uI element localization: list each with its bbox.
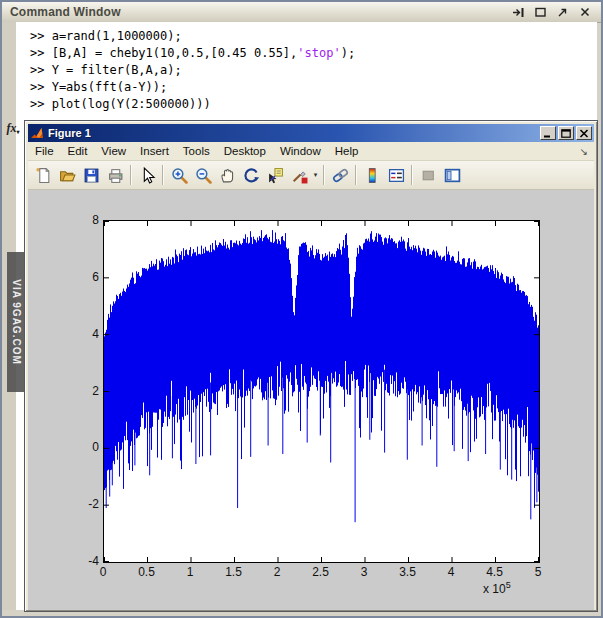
command-line: >> plot(log(Y(2:500000))) <box>30 96 355 113</box>
figure-menubar: FileEditViewInsertToolsDesktopWindowHelp… <box>28 142 594 161</box>
close-icon[interactable] <box>578 6 591 18</box>
maximize-icon[interactable] <box>534 6 547 18</box>
x-tick-label: 3 <box>343 565 385 579</box>
menu-help[interactable]: Help <box>328 144 366 158</box>
figure-title: Figure 1 <box>44 127 91 139</box>
command-line: >> Y=abs(fft(a-Y)); <box>30 79 355 96</box>
x-tick-label: 2.5 <box>300 565 342 579</box>
menu-view[interactable]: View <box>94 144 133 158</box>
menu-window[interactable]: Window <box>273 144 328 158</box>
fx-caret-icon: ▾ <box>16 129 19 135</box>
dock-icon[interactable] <box>512 6 525 18</box>
x-tick-label: 5 <box>517 565 559 579</box>
figure-window: Figure 1 FileEditViewInsertToolsDesktopW… <box>24 120 598 612</box>
toolbar-separator <box>355 165 357 185</box>
command-window-titlebar: Command Window <box>2 2 601 23</box>
x-tick-label: 4.5 <box>474 565 516 579</box>
command-history: >> a=rand(1,1000000);>> [B,A] = cheby1(1… <box>30 28 355 113</box>
menu-insert[interactable]: Insert <box>133 144 176 158</box>
edit-plot-icon[interactable] <box>135 163 159 187</box>
x-tick-label: 2 <box>256 565 298 579</box>
menubar-overflow-icon[interactable]: ↘ <box>580 146 594 157</box>
x-axis-exponent-label: x 105 <box>483 580 511 596</box>
y-tick-label: 8 <box>28 213 99 227</box>
x-tick-label: 4 <box>430 565 472 579</box>
rotate-3d-icon[interactable] <box>239 163 263 187</box>
menu-desktop[interactable]: Desktop <box>217 144 273 158</box>
open-file-icon[interactable] <box>55 163 79 187</box>
plot-area <box>103 220 540 563</box>
watermark: VIA 9GAG.COM <box>7 252 25 392</box>
insert-colorbar-icon[interactable] <box>360 163 384 187</box>
zoom-out-icon[interactable] <box>191 163 215 187</box>
brush-data-icon[interactable] <box>287 163 311 187</box>
toolbar-separator <box>162 165 164 185</box>
figure-toolbar: ▾ <box>28 161 594 190</box>
command-line: >> a=rand(1,1000000); <box>30 28 355 45</box>
pan-icon[interactable] <box>215 163 239 187</box>
x-tick-label: 0.5 <box>126 565 168 579</box>
command-line: >> [B,A] = cheby1(10,0.5,[0.45 0.55],'st… <box>30 45 355 62</box>
y-tick-label: -2 <box>28 497 99 511</box>
command-line: >> Y = filter(B,A,a); <box>30 62 355 79</box>
x-tick-label: 1.5 <box>213 565 255 579</box>
figure-titlebar[interactable]: Figure 1 <box>28 124 594 142</box>
save-figure-icon[interactable] <box>79 163 103 187</box>
print-figure-icon[interactable] <box>103 163 127 187</box>
figure-canvas: x 105 00.511.522.533.544.55-4-202468 <box>28 190 594 610</box>
y-tick-label: -4 <box>28 554 99 568</box>
function-hints-button[interactable]: fx▾ <box>4 121 22 138</box>
matlab-logo-icon <box>30 127 44 140</box>
data-cursor-icon[interactable] <box>263 163 287 187</box>
minimize-button[interactable] <box>540 126 556 140</box>
y-tick-label: 2 <box>28 384 99 398</box>
hide-plot-tools-icon[interactable] <box>416 163 440 187</box>
y-tick-label: 4 <box>28 327 99 341</box>
menu-edit[interactable]: Edit <box>61 144 95 158</box>
command-window-title: Command Window <box>2 5 121 19</box>
undock-icon[interactable] <box>556 6 569 18</box>
y-tick-label: 0 <box>28 440 99 454</box>
new-figure-icon[interactable] <box>31 163 55 187</box>
y-tick-label: 6 <box>28 270 99 284</box>
link-plot-icon[interactable] <box>328 163 352 187</box>
x-tick-label: 3.5 <box>387 565 429 579</box>
toolbar-separator <box>323 165 325 185</box>
brush-dropdown-icon[interactable]: ▾ <box>311 163 320 187</box>
toolbar-separator <box>130 165 132 185</box>
maximize-button[interactable] <box>558 126 574 140</box>
zoom-in-icon[interactable] <box>167 163 191 187</box>
menu-tools[interactable]: Tools <box>176 144 217 158</box>
menu-file[interactable]: File <box>28 144 61 158</box>
show-plot-tools-icon[interactable] <box>440 163 464 187</box>
insert-legend-icon[interactable] <box>384 163 408 187</box>
x-tick-label: 1 <box>169 565 211 579</box>
watermark-text: VIA 9GAG.COM <box>7 252 25 392</box>
toolbar-separator <box>411 165 413 185</box>
close-button[interactable] <box>576 126 592 140</box>
series-line <box>105 230 539 508</box>
